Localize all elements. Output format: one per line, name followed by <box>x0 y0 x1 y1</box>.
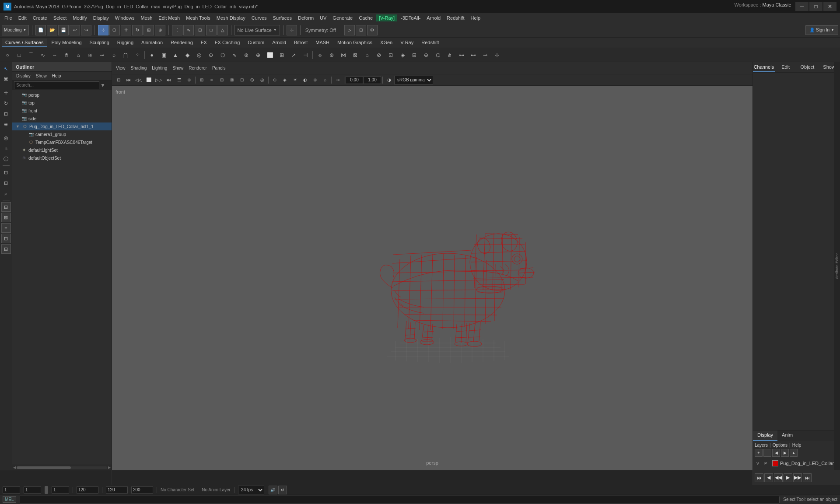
curve-icon-6[interactable]: ≋ <box>84 49 96 61</box>
vp-prev2-btn[interactable]: ◁◁ <box>134 76 144 84</box>
vp-anim-btn[interactable]: ☰ <box>174 76 184 84</box>
tab-curves-surfaces[interactable]: Curves / Surfaces <box>2 38 47 47</box>
tab-arnold[interactable]: Arnold <box>269 38 290 47</box>
vp-shadow-btn[interactable]: ◐ <box>300 76 310 84</box>
universal-btn[interactable]: ⊕ <box>155 25 165 35</box>
rp-tab-channels[interactable]: Channels <box>753 62 775 72</box>
menu-mesh-tools[interactable]: Mesh Tools <box>183 14 213 21</box>
minimize-button[interactable]: ─ <box>795 2 808 11</box>
lt-layers-btn5[interactable]: ⊟ <box>1 244 11 254</box>
lt-snap-btn[interactable]: ⌂ <box>1 144 11 153</box>
tree-item-pug[interactable]: ▼ ⬡ Pug_Dog_in_LED_Collar_ncl1_1 <box>12 122 112 130</box>
vp-next-btn[interactable]: ⏭ <box>164 76 174 84</box>
tool-icon-6[interactable]: ⊘ <box>373 49 385 61</box>
layer-v-label[interactable]: V <box>756 461 763 466</box>
vp-display3-btn[interactable]: ⊟ <box>217 76 227 84</box>
lt-display-btn[interactable]: ⊡ <box>1 168 11 177</box>
wave-icon-btn[interactable]: ∿ <box>229 49 240 61</box>
lasso-btn[interactable]: ⬡ <box>109 25 120 35</box>
rotate-btn[interactable]: ↻ <box>132 25 143 35</box>
play-step-btn[interactable]: ▶▶ <box>793 473 802 482</box>
menu-edit[interactable]: Edit <box>16 14 29 21</box>
close-button[interactable]: ✕ <box>823 2 836 11</box>
loop-btn[interactable]: ↺ <box>278 486 287 494</box>
menu-arnold[interactable]: Arnold <box>424 14 443 21</box>
arrow-icon-btn[interactable]: ↗ <box>288 49 299 61</box>
audio-btn[interactable]: 🔊 <box>269 486 277 494</box>
tree-item-objectset[interactable]: ⊙ defaultObjectSet <box>12 154 112 162</box>
title-bar-controls[interactable]: Workspace : Maya Classic ─ □ ✕ <box>735 2 836 11</box>
lt-scale-btn[interactable]: ⊞ <box>1 109 11 119</box>
tab-rendering[interactable]: Rendering <box>167 38 196 47</box>
lt-info-btn[interactable]: ⓘ <box>1 154 11 164</box>
cube-icon-btn[interactable]: ▣ <box>158 49 169 61</box>
menu-3dtoall[interactable]: -3DToAll- <box>398 14 423 21</box>
outliner-menu-show[interactable]: Show <box>34 73 49 79</box>
vp-frame-btn[interactable]: ⬜ <box>144 76 154 84</box>
outliner-menu-display[interactable]: Display <box>14 73 33 79</box>
snap-curve-btn[interactable]: ∿ <box>183 25 194 35</box>
skip-start-btn[interactable]: ⏮ <box>755 473 763 482</box>
tree-item-persp[interactable]: 📷 persp <box>12 91 112 99</box>
layer-help-btn[interactable]: Help <box>792 443 802 448</box>
layer-p-label[interactable]: P <box>764 461 770 466</box>
scroll-thumb[interactable] <box>17 466 107 469</box>
expand-pug[interactable]: ▼ <box>16 124 21 129</box>
tool-icon-9[interactable]: ⊟ <box>409 49 420 61</box>
scroll-right-btn[interactable]: ▶ <box>108 466 111 469</box>
tool-icon-10[interactable]: ⊝ <box>420 49 432 61</box>
frame-1-input[interactable] <box>52 486 69 494</box>
menu-deform[interactable]: Deform <box>295 14 316 21</box>
lt-move-btn[interactable]: ✛ <box>1 88 11 98</box>
menu-help[interactable]: Help <box>468 14 483 21</box>
rect-select-btn[interactable]: □ <box>14 49 25 61</box>
layer-up-btn[interactable]: ▲ <box>790 449 798 457</box>
vp-val1-input[interactable] <box>346 76 363 84</box>
range-end-input[interactable] <box>131 486 153 494</box>
tree-item-top[interactable]: 📷 top <box>12 99 112 107</box>
tab-poly-modeling[interactable]: Poly Modeling <box>48 38 85 47</box>
swirl-icon-btn[interactable]: ⊛ <box>241 49 252 61</box>
tab-redshift[interactable]: Redshift <box>418 38 442 47</box>
tab-bifrost[interactable]: Bifrost <box>290 38 311 47</box>
tab-fx[interactable]: FX <box>197 38 210 47</box>
frame-start-input[interactable] <box>3 486 20 494</box>
rp-tab-object[interactable]: Object <box>797 62 819 72</box>
curve-icon-7[interactable]: ⊸ <box>96 49 108 61</box>
vp-display5-btn[interactable]: ⊡ <box>237 76 247 84</box>
menu-redshift[interactable]: Redshift <box>444 14 467 21</box>
menu-mesh-display[interactable]: Mesh Display <box>214 14 248 21</box>
tool-icon-3[interactable]: ⋈ <box>338 49 349 61</box>
vp-display2-btn[interactable]: ≡ <box>207 76 217 84</box>
lt-universal-btn[interactable]: ⊕ <box>1 119 11 129</box>
vp-menu-panels[interactable]: Panels <box>210 65 228 71</box>
search-options-btn[interactable]: ▼ <box>100 82 105 88</box>
tool-icon-11[interactable]: ⌬ <box>432 49 444 61</box>
vp-menu-lighting[interactable]: Lighting <box>150 65 169 71</box>
tab-mash[interactable]: MASH <box>312 38 333 47</box>
menu-modify[interactable]: Modify <box>70 14 89 21</box>
tool-icon-8[interactable]: ◈ <box>397 49 408 61</box>
spiral-icon-btn[interactable]: ⊕ <box>252 49 264 61</box>
render-btn[interactable]: ▷ <box>344 25 355 35</box>
tool-icon-1[interactable]: ⌾ <box>314 49 326 61</box>
tree-item-lightset[interactable]: ☀ defaultLightSet <box>12 146 112 154</box>
scroll-left-btn[interactable]: ◀ <box>13 466 16 469</box>
menu-mesh[interactable]: Mesh <box>138 14 155 21</box>
tab-sculpting[interactable]: Sculpting <box>86 38 113 47</box>
viewport-canvas[interactable]: front <box>112 86 752 470</box>
outliner-scrollbar[interactable]: ◀ ▶ <box>12 465 112 470</box>
sphere-icon-btn[interactable]: ● <box>146 49 158 61</box>
tool-icon-5[interactable]: ⌂ <box>361 49 373 61</box>
scale-btn[interactable]: ⊞ <box>144 25 154 35</box>
menu-display[interactable]: Display <box>91 14 112 21</box>
curve-icon-8[interactable]: ⌕ <box>108 49 119 61</box>
box-icon-btn[interactable]: ⬜ <box>264 49 276 61</box>
ipr-btn[interactable]: ⊡ <box>356 25 366 35</box>
tool-icon-7[interactable]: ⊡ <box>385 49 396 61</box>
vp-val2-input[interactable] <box>364 76 381 84</box>
lt-layers-btn3[interactable]: ≡ <box>1 223 11 233</box>
snap-edge-btn[interactable]: △ <box>217 25 228 35</box>
node-icon-btn[interactable]: ⊣ <box>300 49 311 61</box>
menu-select[interactable]: Select <box>51 14 70 21</box>
